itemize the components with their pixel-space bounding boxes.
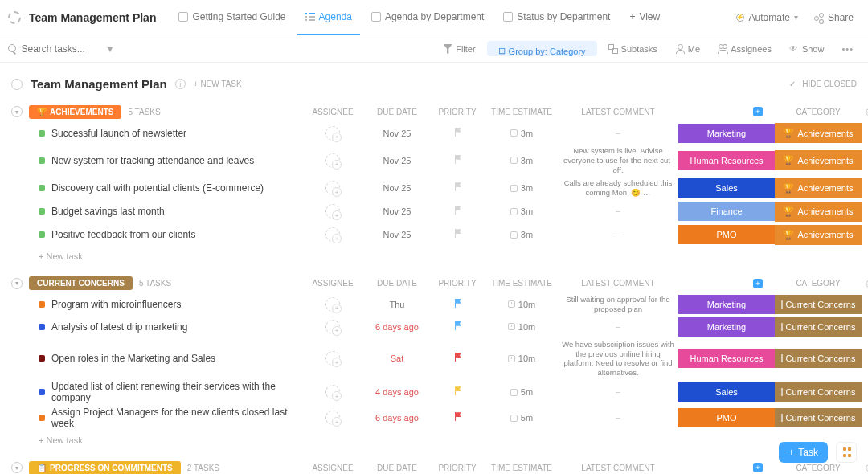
department-badge[interactable]: Sales: [678, 178, 775, 198]
new-task-row[interactable]: + New task: [11, 247, 857, 269]
category-badge[interactable]: Current Concerns: [775, 382, 862, 402]
comment-cell[interactable]: Still waiting on approval for the propos…: [558, 295, 678, 314]
status-square-icon[interactable]: [39, 415, 45, 421]
due-date-cell[interactable]: Nov 25: [365, 156, 429, 165]
subtasks-button[interactable]: Subtasks: [602, 42, 664, 56]
assignee-cell[interactable]: [301, 153, 365, 168]
task-row[interactable]: Assign Project Managers for the new clie…: [11, 405, 857, 431]
col-due[interactable]: DUE DATE: [365, 279, 429, 288]
estimate-cell[interactable]: 3m: [485, 156, 558, 165]
priority-cell[interactable]: [429, 182, 485, 194]
status-square-icon[interactable]: [39, 389, 45, 395]
task-row[interactable]: Budget savings last month Nov 25 3m – Fi…: [11, 200, 857, 223]
estimate-cell[interactable]: 10m: [485, 322, 558, 332]
comment-cell[interactable]: –: [558, 387, 678, 397]
new-task-fab[interactable]: +Task: [779, 442, 828, 463]
col-category[interactable]: CATEGORY: [775, 464, 862, 472]
comment-cell[interactable]: New system is live. Advise everyone to u…: [558, 146, 678, 175]
estimate-cell[interactable]: 3m: [485, 129, 558, 138]
department-badge[interactable]: Finance: [678, 202, 775, 221]
estimate-cell[interactable]: 10m: [485, 353, 558, 363]
col-priority[interactable]: PRIORITY: [429, 279, 485, 288]
add-column-button[interactable]: ⊕: [862, 461, 868, 474]
category-badge[interactable]: 🏆Achievements: [775, 123, 862, 143]
due-date-cell[interactable]: Nov 25: [365, 206, 429, 216]
comment-cell[interactable]: –: [558, 230, 678, 239]
department-badge[interactable]: Sales: [678, 382, 775, 402]
department-badge[interactable]: PMO: [678, 225, 775, 244]
hide-closed-button[interactable]: HIDE CLOSED: [789, 80, 857, 89]
me-button[interactable]: Me: [669, 42, 706, 56]
col-assignee[interactable]: ASSIGNEE: [301, 279, 365, 288]
info-icon[interactable]: i: [175, 79, 186, 89]
due-date-cell[interactable]: Sat: [365, 353, 429, 363]
category-badge[interactable]: 🏆Achievements: [775, 202, 862, 222]
status-square-icon[interactable]: [39, 185, 45, 191]
status-square-icon[interactable]: [39, 355, 45, 362]
category-badge[interactable]: 🏆Achievements: [775, 178, 862, 198]
department-badge[interactable]: Human Resources: [678, 349, 775, 368]
estimate-cell[interactable]: 3m: [485, 183, 558, 193]
group-pill[interactable]: Current Concerns: [29, 276, 133, 290]
assignees-button[interactable]: Assignees: [711, 42, 778, 56]
task-row[interactable]: Positive feedback from our clients Nov 2…: [11, 223, 857, 247]
priority-cell[interactable]: [429, 386, 485, 398]
group-by-button[interactable]: ⊞Group by: Category: [487, 41, 597, 56]
chevron-down-icon[interactable]: ▾: [108, 43, 113, 55]
col-category[interactable]: CATEGORY: [775, 108, 862, 116]
status-square-icon[interactable]: [39, 208, 45, 215]
comment-cell[interactable]: –: [558, 206, 678, 216]
show-button[interactable]: Show: [783, 42, 831, 56]
assignee-cell[interactable]: [301, 411, 365, 425]
assignee-cell[interactable]: [301, 227, 365, 242]
task-row[interactable]: Program with microinfluencers Thu 10m St…: [11, 293, 857, 316]
priority-cell[interactable]: [429, 229, 485, 240]
col-estimate[interactable]: TIME ESTIMATE: [485, 279, 558, 288]
col-estimate[interactable]: TIME ESTIMATE: [485, 108, 558, 116]
tab-agenda-dept[interactable]: Agenda by Department: [363, 0, 492, 35]
due-date-cell[interactable]: Nov 25: [365, 183, 429, 193]
new-task-row[interactable]: + New task: [11, 431, 857, 453]
status-square-icon[interactable]: [39, 231, 45, 238]
col-comment[interactable]: LATEST COMMENT: [558, 279, 678, 288]
department-badge[interactable]: Human Resources: [678, 151, 775, 170]
due-date-cell[interactable]: 6 days ago: [365, 413, 429, 423]
due-date-cell[interactable]: Nov 25: [365, 129, 429, 138]
group-pill[interactable]: 🏆Achievements: [29, 105, 121, 119]
more-button[interactable]: •••: [835, 42, 860, 56]
priority-cell[interactable]: [429, 321, 485, 333]
automate-button[interactable]: Automate▾: [729, 9, 805, 27]
comment-cell[interactable]: –: [558, 413, 678, 423]
priority-cell[interactable]: [429, 206, 485, 217]
task-row[interactable]: Updated list of client renewing their se…: [11, 379, 857, 405]
task-row[interactable]: Analysis of latest drip marketing 6 days…: [11, 316, 857, 338]
new-task-header-button[interactable]: + NEW TASK: [194, 80, 242, 88]
assignee-cell[interactable]: [301, 181, 365, 195]
col-comment[interactable]: LATEST COMMENT: [558, 108, 678, 116]
priority-cell[interactable]: [429, 353, 485, 364]
category-badge[interactable]: Current Concerns: [775, 295, 862, 314]
col-due[interactable]: DUE DATE: [365, 464, 429, 472]
status-square-icon[interactable]: [39, 324, 45, 330]
due-date-cell[interactable]: 6 days ago: [365, 322, 429, 332]
comment-cell[interactable]: –: [558, 129, 678, 138]
assignee-cell[interactable]: [301, 320, 365, 334]
estimate-cell[interactable]: 5m: [485, 387, 558, 397]
apps-button[interactable]: [836, 442, 857, 463]
department-badge[interactable]: Marketing: [678, 295, 775, 314]
col-department[interactable]: DEPARTMENT+: [678, 274, 775, 293]
col-priority[interactable]: PRIORITY: [429, 464, 485, 472]
priority-cell[interactable]: [429, 128, 485, 139]
category-badge[interactable]: 🏆Achievements: [775, 225, 862, 245]
estimate-cell[interactable]: 3m: [485, 230, 558, 239]
task-row[interactable]: Open roles in the Marketing and Sales Sa…: [11, 338, 857, 380]
col-comment[interactable]: LATEST COMMENT: [558, 464, 678, 472]
tab-add-view[interactable]: +View: [621, 0, 668, 35]
category-badge[interactable]: 🏆Achievements: [775, 150, 862, 170]
share-button[interactable]: Share: [808, 9, 860, 27]
assignee-cell[interactable]: [301, 204, 365, 219]
collapse-icon[interactable]: ▾: [11, 106, 23, 117]
assignee-cell[interactable]: [301, 351, 365, 366]
task-row[interactable]: Successful launch of newsletter Nov 25 3…: [11, 121, 857, 145]
department-badge[interactable]: Marketing: [678, 124, 775, 143]
